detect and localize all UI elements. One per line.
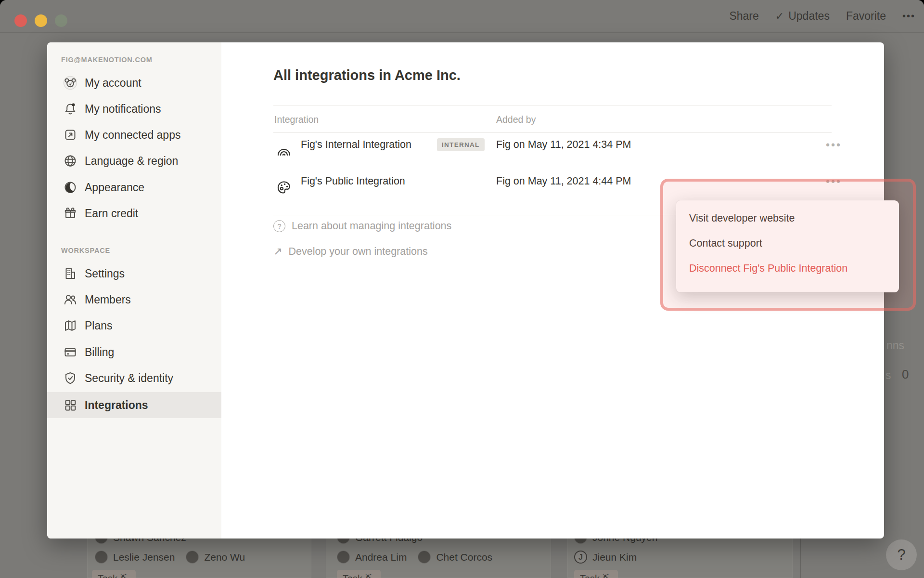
sidebar-item-label: Appearance <box>85 181 144 194</box>
sidebar-item-earn-credit[interactable]: Earn credit <box>47 200 221 226</box>
sidebar-item-members[interactable]: Members <box>47 287 221 313</box>
sidebar-item-label: My connected apps <box>85 129 180 142</box>
page-title: All integrations in Acme Inc. <box>273 67 461 83</box>
avatar <box>95 551 108 564</box>
sidebar-item-label: Earn credit <box>85 207 138 220</box>
background-text-fragment: nns <box>886 339 904 352</box>
koala-avatar-icon <box>63 76 77 90</box>
sidebar-item-my-account[interactable]: My account <box>47 70 221 96</box>
building-icon <box>63 266 77 281</box>
integration-name: Fig's Public Integration <box>301 175 405 187</box>
integration-name: Fig's Internal Integration <box>301 139 411 151</box>
added-by-value: Fig on May 11, 2021 4:44 PM <box>496 175 631 187</box>
account-email-heading: FIG@MAKENOTION.COM <box>61 56 153 64</box>
learn-managing-integrations-link[interactable]: ? Learn about managing integrations <box>273 220 451 232</box>
sidebar-item-appearance[interactable]: Appearance <box>47 174 221 200</box>
sidebar-item-label: Security & identity <box>85 372 173 385</box>
sidebar-item-label: Integrations <box>85 399 148 412</box>
shield-check-icon <box>63 371 77 385</box>
person-name: Andrea Lim <box>355 552 407 563</box>
task-chip: Task ⛏ <box>337 570 381 578</box>
arrow-up-right-icon: ↗ <box>273 245 282 258</box>
avatar <box>337 551 350 564</box>
board-person-row: Leslie Jensen Zeno Wu <box>95 551 245 564</box>
window-topbar: Share ✓ Updates Favorite ••• <box>0 0 924 33</box>
sidebar-item-my-connected-apps[interactable]: My connected apps <box>47 122 221 148</box>
sidebar-item-label: My account <box>85 77 141 90</box>
sidebar-item-label: Language & region <box>85 155 178 168</box>
person-name: Zeno Wu <box>204 552 245 563</box>
sidebar-item-label: Members <box>85 293 131 306</box>
board-person-row: J Jieun Kim <box>574 551 637 564</box>
updates-button[interactable]: ✓ Updates <box>775 10 830 23</box>
bell-icon <box>63 102 77 116</box>
person-name: Jieun Kim <box>592 552 637 563</box>
sidebar-item-label: My notifications <box>85 103 161 116</box>
sidebar-item-language-region[interactable]: Language & region <box>47 148 221 174</box>
column-header-added-by: Added by <box>496 114 536 125</box>
zoom-window-button[interactable] <box>55 14 67 27</box>
integration-context-menu: Visit developer website Contact support … <box>676 200 899 292</box>
map-icon <box>63 318 77 333</box>
letter-avatar: J <box>574 551 587 564</box>
sidebar-item-settings[interactable]: Settings <box>47 261 221 287</box>
moon-icon <box>63 180 77 195</box>
person-name: Chet Corcos <box>436 552 492 563</box>
sidebar-item-label: Billing <box>85 346 114 359</box>
sidebar-item-integrations[interactable]: Integrations <box>47 392 221 418</box>
sidebar-item-plans[interactable]: Plans <box>47 313 221 339</box>
board-person-row: Andrea Lim Chet Corcos <box>337 551 492 564</box>
task-chip: Task ⛏ <box>92 570 136 578</box>
traffic-lights <box>14 14 67 27</box>
table-border <box>273 132 832 133</box>
app-window: Share ✓ Updates Favorite ••• Shawn Sanch… <box>0 0 924 578</box>
sidebar-item-label: Settings <box>85 267 125 280</box>
check-icon: ✓ <box>775 10 784 23</box>
credit-card-icon <box>63 345 77 359</box>
minimize-window-button[interactable] <box>35 14 47 27</box>
added-by-value: Fig on May 11, 2021 4:34 PM <box>496 139 631 151</box>
table-border <box>273 105 832 105</box>
members-icon <box>63 292 77 307</box>
menu-item-contact-support[interactable]: Contact support <box>676 231 899 256</box>
external-link-icon <box>63 128 77 142</box>
avatar <box>418 551 431 564</box>
help-button[interactable]: ? <box>886 539 917 570</box>
link-label: Develop your own integrations <box>288 246 427 258</box>
column-header-integration: Integration <box>274 114 319 125</box>
row-more-options-button[interactable]: ••• <box>826 139 842 152</box>
rainbow-doodle-icon <box>275 142 293 159</box>
close-window-button[interactable] <box>14 14 27 27</box>
task-chip: Task ⛏ <box>574 570 618 578</box>
internal-badge: INTERNAL <box>437 138 485 151</box>
row-more-options-button[interactable]: ••• <box>826 175 842 188</box>
globe-icon <box>63 154 77 168</box>
avatar <box>186 551 199 564</box>
link-label: Learn about managing integrations <box>292 220 451 232</box>
menu-item-disconnect-integration[interactable]: Disconnect Fig's Public Integration <box>676 256 899 281</box>
favorite-button[interactable]: Favorite <box>846 10 886 23</box>
help-circle-icon: ? <box>273 220 285 232</box>
menu-item-visit-developer-website[interactable]: Visit developer website <box>676 206 899 231</box>
share-button[interactable]: Share <box>729 10 758 23</box>
background-text-fragment: s <box>886 369 891 382</box>
sidebar-item-my-notifications[interactable]: My notifications <box>47 96 221 122</box>
settings-sidebar: FIG@MAKENOTION.COM My account My notific… <box>47 42 221 539</box>
sidebar-item-billing[interactable]: Billing <box>47 339 221 365</box>
workspace-heading: WORKSPACE <box>61 247 110 254</box>
sidebar-item-security-identity[interactable]: Security & identity <box>47 365 221 391</box>
updates-label: Updates <box>788 10 830 23</box>
background-count: 0 <box>902 367 909 382</box>
person-name: Leslie Jensen <box>113 552 175 563</box>
integrations-grid-icon <box>63 398 77 412</box>
develop-integrations-link[interactable]: ↗ Develop your own integrations <box>273 245 428 258</box>
palette-doodle-icon <box>275 179 293 196</box>
sidebar-item-label: Plans <box>85 319 113 332</box>
more-options-button[interactable]: ••• <box>902 11 915 22</box>
gift-icon <box>63 206 77 221</box>
